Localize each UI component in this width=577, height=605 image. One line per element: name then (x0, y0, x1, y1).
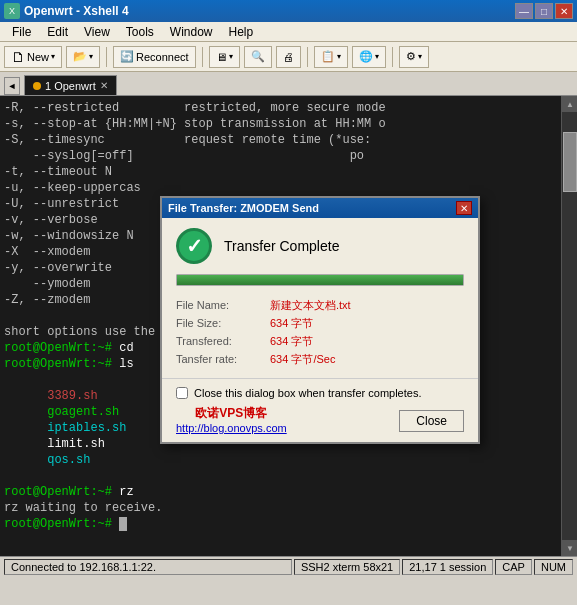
transfer-rate-label: Tansfer rate: (176, 350, 266, 368)
toolbar: 🗋 New ▾ 📂 ▾ 🔄 Reconnect 🖥 ▾ 🔍 🖨 📋 ▾ 🌐 ▾ … (0, 42, 577, 72)
minimize-button[interactable]: — (515, 3, 533, 19)
display-dropdown-icon[interactable]: ▾ (229, 52, 233, 61)
file-size-label: File Size: (176, 314, 266, 332)
transfer-complete-label: Transfer Complete (224, 238, 339, 254)
menu-file[interactable]: File (4, 23, 39, 41)
menu-bar: File Edit View Tools Window Help (0, 22, 577, 42)
extra-button[interactable]: ⚙ ▾ (399, 46, 429, 68)
term-line-5: -t, --timeout N (4, 164, 573, 180)
term-prompt-rz: root@OpenWrt:~# rz (4, 484, 573, 500)
status-connection: Connected to 192.168.1.1:22. (4, 559, 292, 575)
open-icon: 📂 (73, 50, 87, 63)
term-line-1: -R, --restricted restricted, more secure… (4, 100, 573, 116)
menu-view[interactable]: View (76, 23, 118, 41)
display-button[interactable]: 🖥 ▾ (209, 46, 240, 68)
progress-bar-fill (177, 275, 463, 285)
menu-edit[interactable]: Edit (39, 23, 76, 41)
scrollbar-thumb[interactable] (563, 132, 577, 192)
term-line-3: -S, --timesync request remote time (*use… (4, 132, 573, 148)
separator-3 (307, 47, 308, 67)
reconnect-button[interactable]: 🔄 Reconnect (113, 46, 196, 68)
file-size-row: File Size: 634 字节 (176, 314, 464, 332)
dialog-close-ok-button[interactable]: Close (399, 410, 464, 432)
checkbox-row: Close this dialog box when transfer comp… (176, 387, 464, 399)
display-icon: 🖥 (216, 51, 227, 63)
file-name-label: File Name: (176, 296, 266, 314)
transfer-rate-row: Tansfer rate: 634 字节/Sec (176, 350, 464, 368)
status-ssh: SSH2 xterm 58x21 (294, 559, 400, 575)
status-cap: CAP (495, 559, 532, 575)
transfer-button[interactable]: 📋 ▾ (314, 46, 348, 68)
new-dropdown-icon[interactable]: ▾ (51, 52, 55, 61)
separator-4 (392, 47, 393, 67)
watermark-text: 欧诺VPS博客 (176, 405, 287, 422)
status-session: 21,17 1 session (402, 559, 493, 575)
close-button[interactable]: ✕ (555, 3, 573, 19)
status-num: NUM (534, 559, 573, 575)
transfer-dropdown-icon[interactable]: ▾ (337, 52, 341, 61)
app-icon: X (4, 3, 20, 19)
dialog-footer: Close this dialog box when transfer comp… (162, 378, 478, 442)
dialog-title-bar: File Transfer: ZMODEM Send ✕ (162, 198, 478, 218)
new-label: New (27, 51, 49, 63)
open-dropdown-icon[interactable]: ▾ (89, 52, 93, 61)
dialog-title: File Transfer: ZMODEM Send (168, 202, 319, 214)
maximize-button[interactable]: □ (535, 3, 553, 19)
term-line-2: -s, --stop-at {HH:MM|+N} stop transmissi… (4, 116, 573, 132)
window-controls: — □ ✕ (515, 3, 573, 19)
scrollbar-down-button[interactable]: ▼ (562, 540, 577, 556)
term-prompt-final: root@OpenWrt:~# (4, 516, 573, 532)
tab-status-dot (33, 82, 41, 90)
transfered-value: 634 字节 (270, 332, 313, 350)
dialog-buttons: Close (399, 410, 464, 432)
dialog-close-button[interactable]: ✕ (456, 201, 472, 215)
term-line-4: --syslog[=off] po (4, 148, 573, 164)
separator-1 (106, 47, 107, 67)
file-name-row: File Name: 新建文本文档.txt (176, 296, 464, 314)
menu-tools[interactable]: Tools (118, 23, 162, 41)
dialog-header: ✓ Transfer Complete (176, 228, 464, 264)
file-size-value: 634 字节 (270, 314, 313, 332)
tab-bar: ◄ 1 Openwrt ✕ (0, 72, 577, 96)
auto-close-checkbox[interactable] (176, 387, 188, 399)
window-title: Openwrt - Xshell 4 (24, 4, 129, 18)
file-transfer-dialog[interactable]: File Transfer: ZMODEM Send ✕ ✓ Transfer … (160, 196, 480, 444)
tab-openwrt[interactable]: 1 Openwrt ✕ (24, 75, 117, 95)
dialog-file-info: File Name: 新建文本文档.txt File Size: 634 字节 … (176, 296, 464, 368)
extra-dropdown-icon[interactable]: ▾ (418, 52, 422, 61)
tab-nav-left[interactable]: ◄ (4, 77, 20, 95)
success-checkmark: ✓ (176, 228, 212, 264)
globe-icon: 🌐 (359, 50, 373, 63)
tab-close-button[interactable]: ✕ (100, 80, 108, 91)
menu-window[interactable]: Window (162, 23, 221, 41)
print-button[interactable]: 🖨 (276, 46, 301, 68)
new-icon: 🗋 (11, 49, 25, 65)
globe-button[interactable]: 🌐 ▾ (352, 46, 386, 68)
reconnect-icon: 🔄 (120, 50, 134, 63)
status-bar: Connected to 192.168.1.1:22. SSH2 xterm … (0, 556, 577, 576)
dialog-body: ✓ Transfer Complete File Name: 新建文本文档.tx… (162, 218, 478, 378)
transfer-icon: 📋 (321, 50, 335, 63)
scrollbar-up-button[interactable]: ▲ (562, 96, 577, 112)
extra-icon: ⚙ (406, 50, 416, 63)
new-button[interactable]: 🗋 New ▾ (4, 46, 62, 68)
terminal-container: -R, --restricted restricted, more secure… (0, 96, 577, 556)
file-name-value: 新建文本文档.txt (270, 296, 351, 314)
separator-2 (202, 47, 203, 67)
reconnect-label: Reconnect (136, 51, 189, 63)
progress-bar-container (176, 274, 464, 286)
tab-label: 1 Openwrt (45, 80, 96, 92)
globe-dropdown-icon[interactable]: ▾ (375, 52, 379, 61)
menu-help[interactable]: Help (221, 23, 262, 41)
print-icon: 🖨 (283, 51, 294, 63)
transfer-rate-value: 634 字节/Sec (270, 350, 335, 368)
open-button[interactable]: 📂 ▾ (66, 46, 100, 68)
terminal-scrollbar[interactable]: ▲ ▼ (561, 96, 577, 556)
transfered-row: Transfered: 634 字节 (176, 332, 464, 350)
title-bar: X Openwrt - Xshell 4 — □ ✕ (0, 0, 577, 22)
watermark-url: http://blog.onovps.com (176, 422, 287, 434)
auto-close-label: Close this dialog box when transfer comp… (194, 387, 421, 399)
term-rz-waiting: rz waiting to receive. (4, 500, 573, 516)
search-button[interactable]: 🔍 (244, 46, 272, 68)
transfered-label: Transfered: (176, 332, 266, 350)
